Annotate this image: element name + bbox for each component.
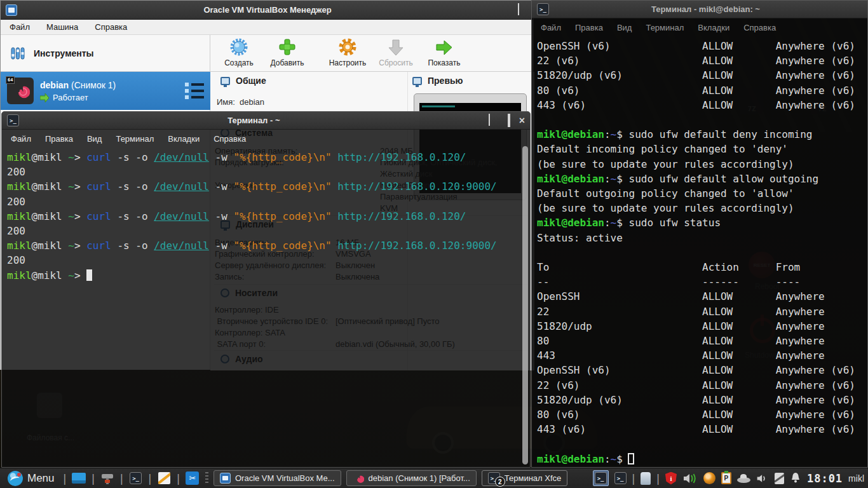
- menu-item-terminal[interactable]: Терминал: [646, 23, 684, 32]
- preview-section-title: Превью: [428, 76, 463, 86]
- shade-button[interactable]: [518, 4, 519, 16]
- terminal-line: 51820/udp ALLOW Anywhere: [537, 319, 867, 334]
- arch-badge: 64: [6, 76, 15, 84]
- terminal-launcher[interactable]: >_: [128, 471, 144, 486]
- vm-name: debian: [40, 80, 69, 90]
- terminal-local-titlebar[interactable]: >_ Терминал - ~ ×: [2, 112, 530, 130]
- terminal-scrollbar[interactable]: [522, 146, 528, 464]
- terminal-line: Status: active: [537, 231, 867, 245]
- desktop: Файловая с... 7Z 7Z RESET Reboot Shutdow…: [0, 0, 868, 488]
- terminal-icon: >_: [614, 472, 627, 484]
- window-button-debian-vm[interactable]: debian (Снимок 1) [Работ...: [346, 470, 477, 486]
- vm-list-menu-icon[interactable]: [185, 83, 204, 99]
- menu-item-file[interactable]: Файл: [541, 23, 561, 32]
- tray-notification-bell-icon[interactable]: [790, 472, 801, 484]
- terminal-line: 80 ALLOW Anywhere: [537, 334, 867, 348]
- terminal-window-remote: >_ Терминал - mikl@debian: ~ Файл Правка…: [531, 0, 868, 468]
- tools-sliders-icon: [10, 45, 26, 62]
- terminal-line: [537, 437, 867, 451]
- vm-name-line: debian (Снимок 1): [40, 80, 116, 90]
- terminal-line: 80 (v6) ALLOW Anywhere (v6): [537, 407, 867, 422]
- tray-device-icon[interactable]: [641, 472, 651, 485]
- menu-item-help[interactable]: Справка: [95, 22, 127, 32]
- taskbar-separator: |: [177, 471, 180, 485]
- menu-item-file[interactable]: Файл: [10, 22, 30, 32]
- terminal-icon: >_: [595, 472, 607, 484]
- menu-item-view[interactable]: Вид: [87, 134, 102, 144]
- tray-volume-active-icon[interactable]: [682, 472, 698, 485]
- menu-item-edit[interactable]: Правка: [45, 134, 73, 144]
- tray-mouse-icon[interactable]: [737, 477, 750, 483]
- terminal-line: 443 (v6) ALLOW Anywhere (v6): [537, 98, 867, 112]
- menu-item-tabs[interactable]: Вкладки: [168, 134, 200, 144]
- show-arrow-icon: [434, 37, 454, 58]
- taskbar-separator: |: [149, 471, 152, 485]
- tray-firewall-shield-icon[interactable]: i: [665, 472, 677, 485]
- menu-item-edit[interactable]: Правка: [575, 23, 603, 32]
- vm-list-item-debian[interactable]: 64 debian (Снимок 1) Работает: [1, 72, 210, 110]
- discard-label: Сбросить: [379, 58, 412, 67]
- toolbar-add-button[interactable]: Добавить: [266, 37, 308, 67]
- terminal-app-icon: >_: [537, 3, 549, 15]
- terminal-local-body[interactable]: mikl@mikl ~> curl -s -o /dev/null -w "%{…: [2, 147, 530, 283]
- terminal-line: mikl@debian:~$ sudo ufw default allow ou…: [537, 172, 867, 186]
- taskbar-separator: |: [92, 471, 95, 485]
- terminal-line: 200: [7, 194, 530, 209]
- maximize-button[interactable]: [508, 115, 510, 126]
- menu-item-file[interactable]: Файл: [11, 134, 31, 144]
- menu-item-help[interactable]: Справка: [214, 134, 246, 144]
- vm-status: Работает: [53, 93, 88, 102]
- window-button-virtualbox[interactable]: Oracle VM VirtualBox Me...: [214, 470, 341, 486]
- vm-os-icon: 64: [7, 78, 34, 104]
- menu-item-tabs[interactable]: Вкладки: [698, 23, 729, 32]
- vbox-titlebar[interactable]: Oracle VM VirtualBox Менеджер: [1, 1, 533, 20]
- terminal-remote-body[interactable]: OpenSSH (v6) ALLOW Anywhere (v6)22 (v6) …: [532, 36, 867, 466]
- text-editor-launcher[interactable]: [156, 471, 172, 486]
- create-icon: [229, 37, 249, 58]
- terminal-line: OpenSSH ALLOW Anywhere: [537, 289, 867, 304]
- panel-grip[interactable]: [205, 472, 208, 485]
- tools-header[interactable]: Инструменты: [1, 35, 210, 71]
- show-desktop-button[interactable]: [71, 471, 86, 486]
- menu-logo-icon: [8, 471, 23, 486]
- tray-volume-icon[interactable]: [756, 472, 769, 485]
- terminal-line: mikl@mikl ~> curl -s -o /dev/null -w "%{…: [7, 150, 530, 165]
- toolbar-create-button[interactable]: Создать: [218, 37, 260, 67]
- toolbar-show-button[interactable]: Показать: [423, 37, 465, 67]
- terminal-local-menubar: Файл Правка Вид Терминал Вкладки Справка: [2, 130, 530, 147]
- terminal-line: OpenSSH (v6) ALLOW Anywhere (v6): [537, 363, 867, 377]
- terminal-line: mikl@debian:~$ sudo ufw default deny inc…: [537, 127, 867, 142]
- tray-app-swirl-icon[interactable]: [703, 472, 715, 484]
- toolbar-discard-button[interactable]: Сбросить: [375, 37, 417, 67]
- terminal-line: mikl@debian:~$: [537, 452, 867, 466]
- add-label: Добавить: [270, 58, 304, 67]
- tray-terminal-window-1[interactable]: >_: [593, 470, 609, 486]
- details-row: Имя:debian: [217, 96, 294, 109]
- window-button-label: Терминал Xfce: [505, 473, 562, 483]
- menu-item-terminal[interactable]: Терминал: [116, 134, 154, 144]
- terminal-line: Default incoming policy changed to 'deny…: [537, 142, 867, 156]
- terminal-remote-titlebar[interactable]: >_ Терминал - mikl@debian: ~: [532, 1, 867, 18]
- preview-section-header[interactable]: Превью: [412, 76, 463, 86]
- taskbar-separator: |: [632, 471, 635, 485]
- shade-button[interactable]: [489, 115, 490, 126]
- tray-clipboard-manager-icon[interactable]: P: [721, 472, 731, 484]
- menu-item-view[interactable]: Вид: [617, 23, 632, 32]
- settings-launcher[interactable]: [100, 471, 115, 486]
- general-section-icon: [220, 77, 230, 85]
- general-section-header[interactable]: Общие: [220, 76, 266, 86]
- tray-notes-icon[interactable]: [775, 473, 784, 484]
- terminal-window-local: >_ Терминал - ~ × Файл Правка Вид Термин…: [1, 111, 531, 468]
- taskbar-separator: |: [64, 471, 67, 485]
- window-button-label: Oracle VM VirtualBox Me...: [235, 473, 335, 483]
- clock[interactable]: 18:01: [807, 472, 843, 485]
- tray-terminal-window-2[interactable]: >_: [614, 472, 627, 484]
- window-button-terminal-group[interactable]: >_ 2 Терминал Xfce: [482, 470, 568, 486]
- menu-item-machine[interactable]: Машина: [46, 22, 78, 32]
- virtualbox-app-icon: [220, 473, 231, 484]
- applications-menu-button[interactable]: Menu: [4, 471, 58, 486]
- screenshot-launcher[interactable]: ✂: [185, 471, 200, 486]
- menu-item-help[interactable]: Справка: [743, 23, 776, 32]
- toolbar-settings-button[interactable]: Настроить: [327, 37, 369, 67]
- close-button[interactable]: ×: [519, 116, 525, 125]
